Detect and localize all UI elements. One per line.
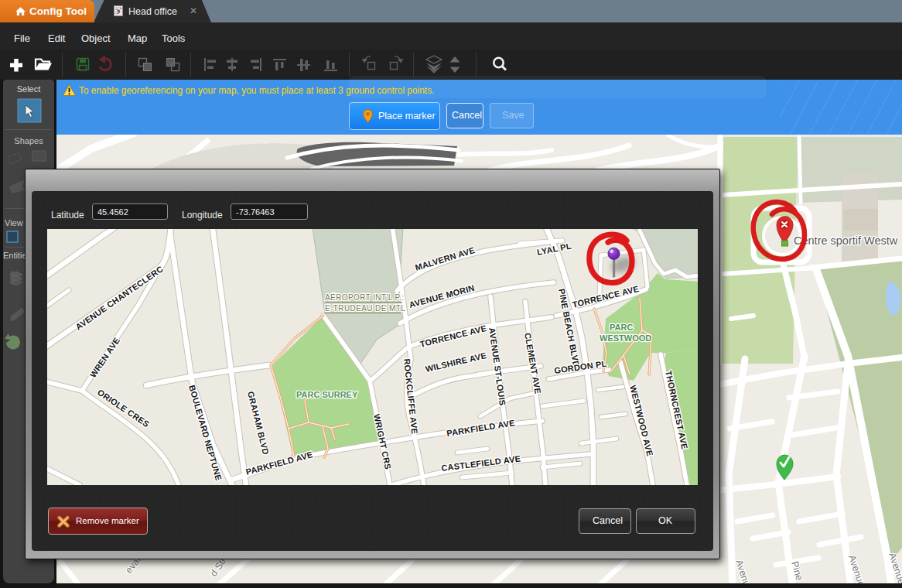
svg-text:View: View: [5, 218, 23, 227]
svg-text:Centre sportif Westw: Centre sportif Westw: [794, 234, 898, 247]
svg-text:Shapes: Shapes: [14, 136, 43, 145]
svg-text:Select: Select: [17, 84, 41, 94]
svg-text:AÉROPORT INT'L P.:: AÉROPORT INT'L P.:: [325, 292, 405, 302]
svg-text:WESTWOOD: WESTWOOD: [600, 333, 651, 343]
svg-text:PARC SURREY: PARC SURREY: [296, 390, 358, 399]
svg-text:PARC: PARC: [610, 323, 633, 332]
svg-text:E-TRUDEAU DE MTL: E-TRUDEAU DE MTL: [325, 304, 405, 313]
